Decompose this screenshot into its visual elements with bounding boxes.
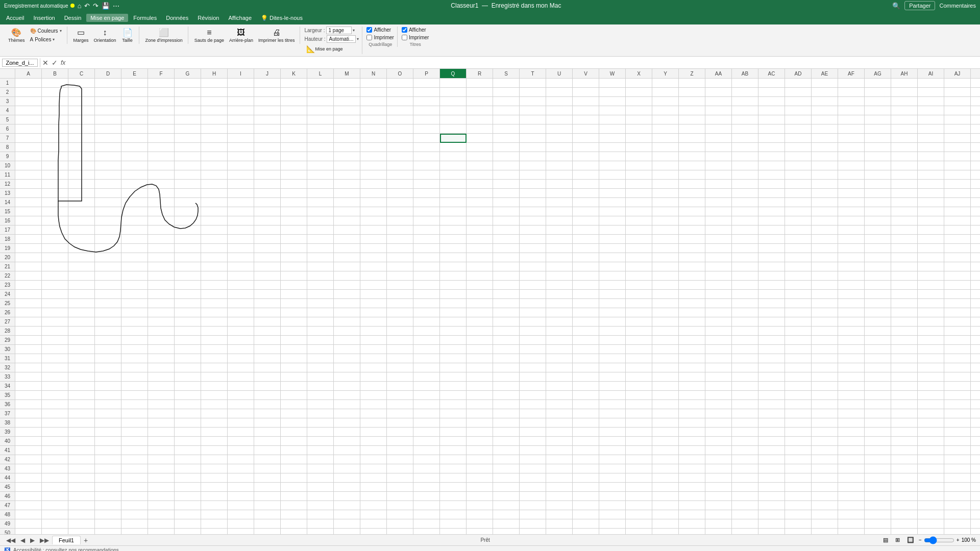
- cell-AJ50[interactable]: [944, 529, 971, 534]
- cell-B36[interactable]: [42, 400, 68, 409]
- formula-input[interactable]: [67, 60, 978, 66]
- row-num-4[interactable]: 4: [0, 106, 15, 115]
- cell-K9[interactable]: [281, 152, 307, 161]
- gridlines-imprimer-checkbox[interactable]: [366, 35, 372, 40]
- cell-H3[interactable]: [201, 97, 228, 106]
- cell-D25[interactable]: [95, 299, 121, 308]
- cell-E14[interactable]: [121, 198, 148, 207]
- cell-AB25[interactable]: [732, 299, 758, 308]
- cell-N10[interactable]: [360, 161, 387, 170]
- cell-AD27[interactable]: [785, 317, 812, 327]
- cell-P48[interactable]: [413, 510, 440, 519]
- cell-AJ20[interactable]: [944, 253, 971, 262]
- cell-W14[interactable]: [599, 198, 626, 207]
- cell-H20[interactable]: [201, 253, 228, 262]
- cell-S22[interactable]: [493, 271, 520, 281]
- cell-AG33[interactable]: [865, 372, 891, 382]
- cell-AA15[interactable]: [705, 207, 732, 216]
- cell-C47[interactable]: [68, 501, 95, 510]
- cell-AB49[interactable]: [732, 519, 758, 529]
- cell-AB9[interactable]: [732, 152, 758, 161]
- cell-G11[interactable]: [175, 170, 201, 180]
- cell-F24[interactable]: [148, 290, 175, 299]
- cell-R28[interactable]: [467, 327, 493, 336]
- cell-P39[interactable]: [413, 428, 440, 437]
- cell-T5[interactable]: [520, 115, 546, 124]
- cell-AA25[interactable]: [705, 299, 732, 308]
- cell-L44[interactable]: [307, 473, 334, 483]
- cell-S32[interactable]: [493, 363, 520, 372]
- cell-P12[interactable]: [413, 180, 440, 189]
- cell-AK11[interactable]: [971, 170, 980, 180]
- cell-K49[interactable]: [281, 519, 307, 529]
- cell-X15[interactable]: [626, 207, 652, 216]
- cell-Q12[interactable]: [440, 180, 467, 189]
- cell-J6[interactable]: [254, 124, 281, 134]
- cell-W19[interactable]: [599, 244, 626, 253]
- cell-R22[interactable]: [467, 271, 493, 281]
- cell-AA14[interactable]: [705, 198, 732, 207]
- cell-E17[interactable]: [121, 226, 148, 235]
- cell-AD28[interactable]: [785, 327, 812, 336]
- cell-D8[interactable]: [95, 143, 121, 152]
- sheet-nav-first[interactable]: ◀◀: [4, 537, 17, 544]
- cell-L29[interactable]: [307, 336, 334, 345]
- cell-F1[interactable]: [148, 79, 175, 88]
- cell-E34[interactable]: [121, 382, 148, 391]
- cell-O50[interactable]: [387, 529, 413, 534]
- cell-B35[interactable]: [42, 391, 68, 400]
- toolbar-undo-icon[interactable]: ↶: [84, 2, 90, 10]
- cell-Y45[interactable]: [652, 483, 679, 492]
- cell-T49[interactable]: [520, 519, 546, 529]
- cell-X17[interactable]: [626, 226, 652, 235]
- cell-AD39[interactable]: [785, 428, 812, 437]
- cell-F26[interactable]: [148, 308, 175, 317]
- cell-A32[interactable]: [15, 363, 42, 372]
- row-num-2[interactable]: 2: [0, 88, 15, 97]
- cell-R23[interactable]: [467, 281, 493, 290]
- cell-X43[interactable]: [626, 464, 652, 473]
- cell-C42[interactable]: [68, 455, 95, 464]
- cell-O26[interactable]: [387, 308, 413, 317]
- cell-AD36[interactable]: [785, 400, 812, 409]
- cell-U6[interactable]: [546, 124, 573, 134]
- cell-AE48[interactable]: [812, 510, 838, 519]
- cell-Y8[interactable]: [652, 143, 679, 152]
- cell-AF1[interactable]: [838, 79, 865, 88]
- cell-A34[interactable]: [15, 382, 42, 391]
- cell-AB40[interactable]: [732, 437, 758, 446]
- cell-AA50[interactable]: [705, 529, 732, 534]
- cell-AK13[interactable]: [971, 189, 980, 198]
- cell-B29[interactable]: [42, 336, 68, 345]
- cell-W2[interactable]: [599, 88, 626, 97]
- cell-C20[interactable]: [68, 253, 95, 262]
- col-header-E[interactable]: E: [121, 69, 148, 78]
- cell-V24[interactable]: [573, 290, 599, 299]
- cell-Q26[interactable]: [440, 308, 467, 317]
- cell-L22[interactable]: [307, 271, 334, 281]
- cell-AK1[interactable]: [971, 79, 980, 88]
- cell-AE49[interactable]: [812, 519, 838, 529]
- cell-AA35[interactable]: [705, 391, 732, 400]
- cell-AE34[interactable]: [812, 382, 838, 391]
- cell-V41[interactable]: [573, 446, 599, 455]
- cell-AA33[interactable]: [705, 372, 732, 382]
- cell-AD38[interactable]: [785, 418, 812, 428]
- cell-J27[interactable]: [254, 317, 281, 327]
- cell-AF45[interactable]: [838, 483, 865, 492]
- cell-Z26[interactable]: [679, 308, 705, 317]
- cell-AK30[interactable]: [971, 345, 980, 354]
- cell-J2[interactable]: [254, 88, 281, 97]
- cell-AB5[interactable]: [732, 115, 758, 124]
- row-num-33[interactable]: 33: [0, 372, 15, 382]
- cell-S17[interactable]: [493, 226, 520, 235]
- cell-R12[interactable]: [467, 180, 493, 189]
- cell-V44[interactable]: [573, 473, 599, 483]
- cell-W1[interactable]: [599, 79, 626, 88]
- cell-G39[interactable]: [175, 428, 201, 437]
- cell-F50[interactable]: [148, 529, 175, 534]
- cell-B19[interactable]: [42, 244, 68, 253]
- cell-D45[interactable]: [95, 483, 121, 492]
- cell-D2[interactable]: [95, 88, 121, 97]
- cell-V21[interactable]: [573, 262, 599, 271]
